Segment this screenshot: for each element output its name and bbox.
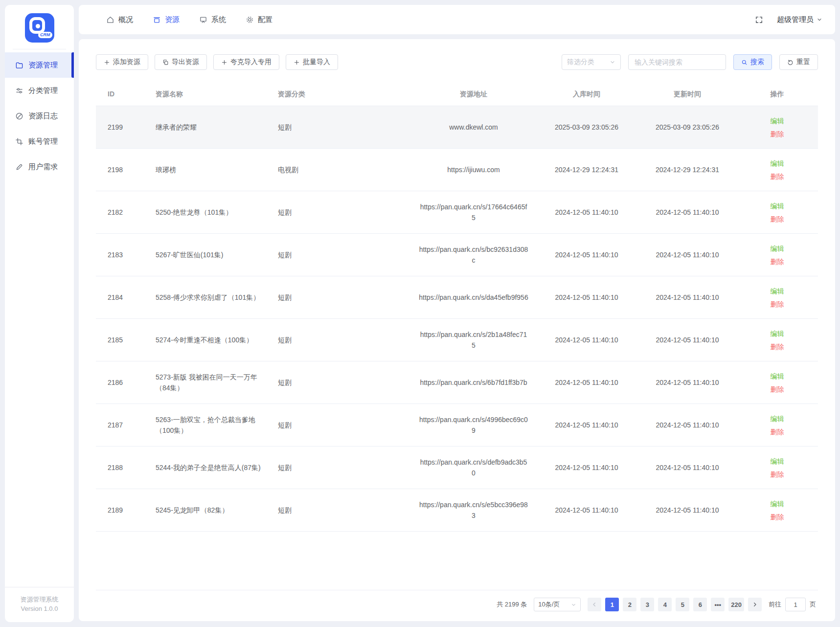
row-created: 2025-03-09 23:05:26 [535, 120, 638, 134]
delete-link[interactable]: 删除 [771, 256, 784, 267]
delete-link[interactable]: 删除 [771, 299, 784, 310]
app-version: Version 1.0.0 [7, 604, 72, 613]
row-category: 短剧 [272, 333, 412, 347]
row-id: 2189 [96, 503, 150, 517]
sidebar-item-label: 资源管理 [28, 61, 58, 70]
search-button[interactable]: 搜索 [733, 54, 772, 70]
prev-page-button[interactable] [588, 598, 601, 611]
edit-link[interactable]: 编辑 [771, 498, 784, 509]
app-name: 资源管理系统 [7, 595, 72, 604]
delete-link[interactable]: 删除 [771, 214, 784, 224]
goto-label: 前往 [769, 600, 781, 609]
page-button-3[interactable]: 3 [640, 598, 654, 611]
page-size-label: 10条/页 [538, 600, 560, 609]
edit-link[interactable]: 编辑 [771, 286, 784, 296]
row-id: 2182 [96, 205, 150, 220]
folder-icon [15, 61, 23, 69]
row-url: https://pan.quark.cn/s/da45efb9f956 [412, 290, 535, 305]
category-filter-placeholder: 筛选分类 [567, 58, 594, 67]
nav-item-system[interactable]: 系统 [199, 15, 226, 24]
delete-link[interactable]: 删除 [771, 512, 784, 522]
delete-link[interactable]: 删除 [771, 384, 784, 395]
nav-item-resources[interactable]: 资源 [153, 15, 180, 24]
row-name: 5274-今时重逢不相逢（100集） [150, 333, 272, 347]
row-name: 5250-绝世龙尊（101集） [150, 205, 272, 220]
row-category: 短剧 [272, 290, 412, 305]
user-name: 超级管理员 [777, 15, 814, 24]
goto-page-input[interactable] [785, 598, 806, 611]
quark-import-button[interactable]: 夸克导入专用 [213, 54, 279, 70]
row-updated: 2024-12-05 11:40:10 [638, 290, 736, 305]
page-button-2[interactable]: 2 [623, 598, 636, 611]
row-actions: 编辑删除 [736, 369, 818, 397]
table-row: 21875263-一胎双宝，抢个总裁当爹地（100集）短剧https://pan… [96, 404, 818, 447]
row-actions: 编辑删除 [736, 454, 818, 482]
row-updated: 2024-12-05 11:40:10 [638, 333, 736, 347]
sidebar-item-resource-log[interactable]: 资源日志 [5, 103, 74, 129]
chevron-down-icon [610, 59, 615, 65]
next-page-button[interactable] [748, 598, 762, 611]
add-resource-button[interactable]: 添加资源 [96, 54, 148, 70]
reset-button[interactable]: 重置 [779, 54, 818, 70]
gear-icon [246, 16, 254, 24]
row-url: https://pan.quark.cn/s/2b1a48fec715 [412, 327, 535, 353]
col-name: 资源名称 [150, 87, 272, 101]
row-name: 5245-见龙卸甲（82集） [150, 503, 272, 517]
sidebar-footer: 资源管理系统 Version 1.0.0 [5, 587, 74, 622]
row-url: https://pan.quark.cn/s/4996bec69c09 [412, 412, 535, 438]
sidebar: CRM 资源管理 分类管理 资源日志 账号管理 [5, 5, 74, 622]
row-category: 电视剧 [272, 162, 412, 177]
page-button-4[interactable]: 4 [658, 598, 672, 611]
sidebar-item-account-management[interactable]: 账号管理 [5, 129, 74, 154]
topbar-right: 超级管理员 [755, 15, 822, 24]
edit-link[interactable]: 编辑 [771, 328, 784, 339]
logo: CRM [5, 5, 74, 49]
row-updated: 2024-12-05 11:40:10 [638, 247, 736, 262]
page-size-select[interactable]: 10条/页 [534, 598, 581, 611]
page-button-220[interactable]: 220 [728, 598, 744, 611]
row-id: 2198 [96, 162, 150, 177]
delete-link[interactable]: 删除 [771, 129, 784, 139]
crop-icon [15, 137, 23, 146]
edit-link[interactable]: 编辑 [771, 115, 784, 126]
nav-item-label: 概况 [118, 15, 133, 24]
page-ellipsis[interactable]: ••• [711, 598, 725, 611]
row-actions: 编辑删除 [736, 411, 818, 439]
export-resource-button[interactable]: 导出资源 [155, 54, 207, 70]
sidebar-item-category-management[interactable]: 分类管理 [5, 78, 74, 103]
table-header: ID 资源名称 资源分类 资源地址 入库时间 更新时间 操作 [96, 82, 818, 106]
edit-link[interactable]: 编辑 [771, 201, 784, 211]
keyword-search-input[interactable] [628, 54, 726, 70]
edit-link[interactable]: 编辑 [771, 243, 784, 254]
delete-link[interactable]: 删除 [771, 469, 784, 480]
sidebar-item-resource-management[interactable]: 资源管理 [5, 52, 74, 78]
sidebar-item-label: 分类管理 [28, 86, 58, 95]
delete-link[interactable]: 删除 [771, 426, 784, 437]
row-category: 短剧 [272, 418, 412, 432]
nav-item-label: 配置 [258, 15, 272, 24]
row-actions: 编辑删除 [736, 284, 818, 312]
edit-link[interactable]: 编辑 [771, 413, 784, 424]
page-button-5[interactable]: 5 [676, 598, 689, 611]
fullscreen-icon[interactable] [755, 16, 763, 24]
edit-link[interactable]: 编辑 [771, 158, 784, 169]
quark-import-label: 夸克导入专用 [230, 58, 272, 67]
batch-import-button[interactable]: 批量导入 [286, 54, 338, 70]
user-menu[interactable]: 超级管理员 [777, 15, 822, 24]
nav-item-config[interactable]: 配置 [246, 15, 272, 24]
sidebar-item-user-demand[interactable]: 用户需求 [5, 154, 74, 179]
crm-logo-icon: CRM [25, 13, 54, 43]
add-resource-label: 添加资源 [113, 58, 140, 67]
row-name: 5263-一胎双宝，抢个总裁当爹地（100集） [150, 412, 272, 438]
delete-link[interactable]: 删除 [771, 171, 784, 182]
page-button-1[interactable]: 1 [605, 598, 619, 611]
sidebar-item-label: 资源日志 [28, 112, 58, 121]
delete-link[interactable]: 删除 [771, 341, 784, 352]
page-button-6[interactable]: 6 [693, 598, 707, 611]
category-filter-select[interactable]: 筛选分类 [562, 54, 621, 70]
nav-item-label: 资源 [165, 15, 180, 24]
col-category: 资源分类 [272, 87, 412, 101]
edit-link[interactable]: 编辑 [771, 371, 784, 381]
edit-link[interactable]: 编辑 [771, 456, 784, 467]
nav-item-overview[interactable]: 概况 [106, 15, 133, 24]
